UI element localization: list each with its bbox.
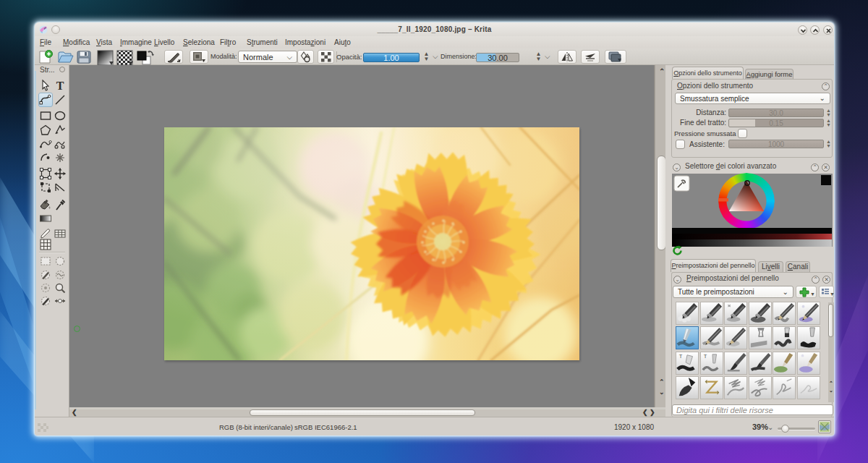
- svg-text:T: T: [679, 353, 683, 360]
- svg-text:T: T: [704, 353, 707, 360]
- svg-text:T: T: [56, 80, 64, 92]
